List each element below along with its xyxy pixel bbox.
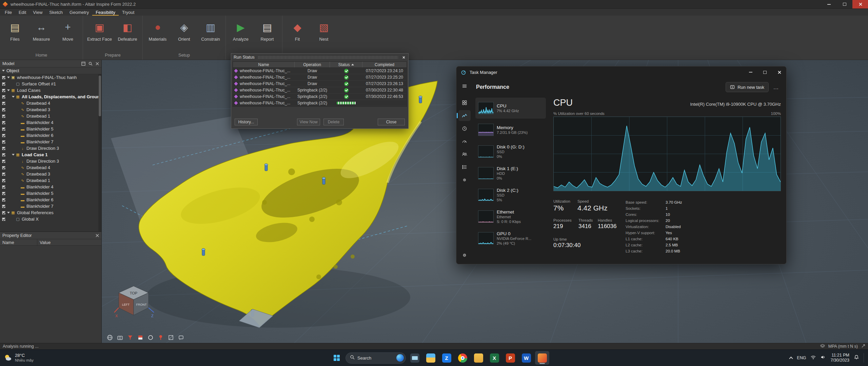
column-name[interactable]: Name bbox=[233, 62, 295, 67]
property-value-column[interactable]: Value bbox=[37, 239, 53, 245]
ribbon-tool[interactable]: ▤ Files bbox=[3, 18, 27, 52]
visibility-checkbox[interactable] bbox=[2, 185, 5, 189]
ribbon-tool[interactable]: ▣ Extract Face bbox=[86, 18, 113, 52]
expand-arrow[interactable] bbox=[16, 114, 20, 118]
visibility-checkbox[interactable] bbox=[2, 172, 5, 176]
expand-arrow[interactable] bbox=[12, 153, 15, 157]
ribbon-tool[interactable]: ◧ Defeature bbox=[115, 18, 140, 52]
column-completed[interactable]: Completed bbox=[362, 62, 407, 67]
expand-arrow[interactable] bbox=[16, 146, 20, 150]
nav-details-icon[interactable] bbox=[458, 162, 471, 172]
clock[interactable]: 11:21 PM 7/30/2023 bbox=[830, 353, 849, 363]
tree-item[interactable]: ∿ Drawbead 3 bbox=[0, 171, 98, 177]
ribbon-tool[interactable]: ◈ Orient bbox=[172, 18, 196, 52]
expand-arrow[interactable] bbox=[2, 69, 5, 73]
visibility-checkbox[interactable] bbox=[2, 134, 5, 137]
tree-item[interactable]: ↓ Draw Direction 3 bbox=[0, 158, 98, 164]
perf-item[interactable]: Memory 7.2/31.9 GB (23%) bbox=[475, 119, 546, 140]
expand-arrow[interactable] bbox=[16, 108, 20, 111]
visibility-checkbox[interactable] bbox=[2, 166, 5, 169]
expand-arrow[interactable] bbox=[16, 179, 20, 182]
view-cube-left-label[interactable]: LEFT bbox=[122, 303, 130, 306]
notifications-bell-icon[interactable] bbox=[854, 354, 859, 361]
taskbar-app[interactable] bbox=[471, 351, 486, 365]
tree-scrollbar[interactable] bbox=[98, 74, 101, 231]
expand-arrow[interactable] bbox=[16, 101, 20, 105]
taskbar-app[interactable]: Z bbox=[439, 351, 454, 365]
tree-item[interactable]: ∿ Drawbead 1 bbox=[0, 113, 98, 119]
visibility-checkbox[interactable] bbox=[2, 121, 5, 124]
perf-item[interactable]: CPU 7% 4.42 GHz bbox=[475, 98, 546, 119]
menu-item[interactable]: Sketch bbox=[46, 9, 66, 16]
visibility-checkbox[interactable] bbox=[2, 198, 5, 202]
tm-close-button[interactable] bbox=[772, 66, 786, 78]
delete-button[interactable]: Delete bbox=[323, 119, 344, 125]
ribbon-tool[interactable]: ▥ Constrain bbox=[198, 18, 223, 52]
expand-arrow[interactable] bbox=[16, 204, 20, 208]
close-button[interactable] bbox=[852, 0, 868, 8]
wifi-icon[interactable] bbox=[810, 355, 816, 361]
visibility-checkbox[interactable] bbox=[2, 147, 5, 150]
expand-arrow[interactable] bbox=[12, 95, 15, 99]
perf-item[interactable]: GPU 0 NVIDIA GeForce R... 2% (49 °C) bbox=[475, 228, 546, 249]
tree-item[interactable]: ▣ wheelhouse-FINAL-Thuc hanh bbox=[0, 74, 98, 81]
dialog-close-button[interactable] bbox=[401, 55, 406, 60]
ribbon-tool[interactable]: + Move bbox=[56, 18, 80, 52]
tree-item[interactable]: ▦ Load Case 1 bbox=[0, 151, 98, 158]
expand-corner-icon[interactable] bbox=[861, 344, 865, 349]
start-button[interactable] bbox=[330, 351, 344, 365]
menu-item[interactable]: Feasibility bbox=[92, 9, 119, 16]
tree-item[interactable]: ▢ Global X bbox=[0, 216, 98, 222]
tree-item[interactable]: ▬ Blankholder 7 bbox=[0, 203, 98, 209]
visibility-checkbox[interactable] bbox=[2, 140, 5, 144]
tree-item[interactable]: ∿ Drawbead 3 bbox=[0, 106, 98, 113]
column-status[interactable]: Status bbox=[330, 62, 362, 67]
pin-probe-icon[interactable] bbox=[157, 334, 164, 341]
property-editor-close-icon[interactable] bbox=[96, 234, 99, 237]
menu-item[interactable]: File bbox=[1, 9, 15, 16]
run-row[interactable]: wheelhouse-FINAL-Thuc_... Springback (2/… bbox=[233, 87, 407, 94]
visibility-checkbox[interactable] bbox=[2, 211, 5, 215]
minimize-button[interactable] bbox=[821, 0, 837, 8]
visibility-checkbox[interactable] bbox=[2, 218, 5, 221]
tree-item[interactable]: ▦ Load Cases bbox=[0, 87, 98, 94]
nav-services-icon[interactable] bbox=[458, 175, 471, 185]
run-row[interactable]: wheelhouse-FINAL-Thuc_... Springback (2/… bbox=[233, 94, 407, 100]
annotation-icon[interactable] bbox=[178, 334, 184, 341]
ribbon-tool[interactable]: ● Materials bbox=[145, 18, 170, 52]
taskbar-search[interactable]: Search bbox=[346, 352, 406, 364]
expand-arrow[interactable] bbox=[7, 211, 11, 215]
ribbon-tool[interactable]: ▶ Analyze bbox=[229, 18, 253, 52]
visibility-checkbox[interactable] bbox=[2, 153, 5, 157]
expand-arrow[interactable] bbox=[12, 217, 15, 221]
dialog-titlebar[interactable]: Run Status bbox=[231, 54, 408, 61]
view-all-icon[interactable] bbox=[106, 334, 113, 341]
hidden-icons-chevron[interactable] bbox=[789, 357, 793, 360]
taskbar-app[interactable] bbox=[408, 351, 422, 365]
language-indicator[interactable]: ENG bbox=[797, 355, 806, 360]
view-now-button[interactable]: View Now bbox=[297, 119, 320, 125]
tree-item[interactable]: ∿ Drawbead 1 bbox=[0, 177, 98, 184]
tree-item[interactable]: ∿ Drawbead 4 bbox=[0, 164, 98, 171]
model-panel-close-icon[interactable] bbox=[96, 62, 99, 65]
tm-minimize-button[interactable] bbox=[744, 66, 758, 78]
menu-hamburger-icon[interactable] bbox=[458, 81, 471, 92]
thinning-legend-icon[interactable] bbox=[137, 334, 144, 341]
nav-app-history-icon[interactable] bbox=[458, 123, 471, 134]
close-dialog-button[interactable]: Close bbox=[378, 119, 405, 125]
visibility-checkbox[interactable] bbox=[2, 179, 5, 182]
run-new-task-button[interactable]: Run new task bbox=[726, 82, 769, 92]
tree-item[interactable]: ▦ All Loads, Displacements, and Grounded… bbox=[0, 94, 98, 100]
visibility-checkbox[interactable] bbox=[2, 76, 5, 79]
visibility-checkbox[interactable] bbox=[2, 192, 5, 195]
expand-arrow[interactable] bbox=[16, 159, 20, 163]
visibility-checkbox[interactable] bbox=[2, 102, 5, 105]
menu-item[interactable]: Geometry bbox=[66, 9, 92, 16]
ribbon-tool[interactable]: ▧ Nest bbox=[312, 18, 336, 52]
taskbar-app[interactable] bbox=[455, 351, 470, 365]
units-display[interactable]: MPA (mm t N s) bbox=[828, 344, 858, 349]
taskbar-app[interactable] bbox=[423, 351, 438, 365]
section-icon[interactable] bbox=[167, 334, 174, 341]
nav-users-icon[interactable] bbox=[458, 149, 471, 160]
task-manager-titlebar[interactable]: Task Manager bbox=[456, 66, 786, 78]
